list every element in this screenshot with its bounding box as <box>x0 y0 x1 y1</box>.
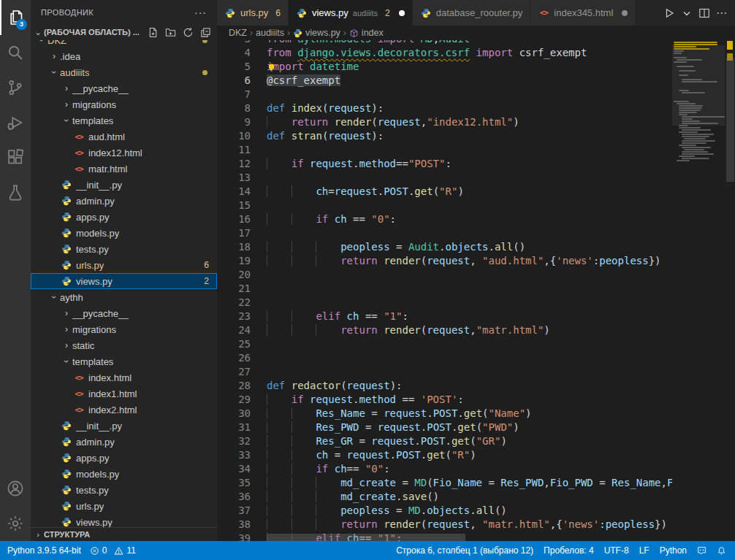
tree-item-models.py[interactable]: models.py <box>31 466 217 482</box>
lightbulb-icon[interactable] <box>267 62 276 72</box>
code-line-34[interactable]: 34 if ch== "0": <box>217 462 672 476</box>
line-number[interactable]: 20 <box>217 268 251 282</box>
line-number[interactable]: 12 <box>217 157 251 171</box>
account-icon[interactable] <box>0 471 31 506</box>
code-line-9[interactable]: 9 return render(request,"index12.html") <box>217 115 672 129</box>
code-line-28[interactable]: 28def redactor(request): <box>217 379 672 393</box>
code-editor[interactable]: 3from aythh.models import MD,Audit4from … <box>217 40 672 541</box>
code-line-7[interactable]: 7 <box>217 88 672 101</box>
tree-item-admin.py[interactable]: admin.py <box>31 434 217 450</box>
explorer-more-actions[interactable]: ··· <box>194 7 207 18</box>
code-line-10[interactable]: 10def stran(request): <box>217 129 672 143</box>
run-python-file-icon[interactable] <box>663 7 675 19</box>
minimap-slider[interactable] <box>672 45 725 126</box>
code-line-29[interactable]: 29 if request.method == 'POST': <box>217 393 672 407</box>
code-line-21[interactable]: 21 <box>217 282 672 296</box>
editor-more-actions-icon[interactable]: ⋯ <box>716 7 728 20</box>
line-number[interactable]: 7 <box>217 88 251 101</box>
code-line-14[interactable]: 14 ch=request.POST.get("R") <box>217 185 672 199</box>
tree-item-matr.html[interactable]: <>matr.html <box>31 161 217 177</box>
code-line-36[interactable]: 36 md_create.save() <box>217 490 672 504</box>
feedback-icon[interactable] <box>697 546 707 556</box>
tree-item-index2.html[interactable]: <>index2.html <box>31 402 217 418</box>
extensions-icon[interactable] <box>0 140 31 175</box>
line-number[interactable]: 28 <box>217 379 251 393</box>
tree-item-aythh[interactable]: ›aythh <box>31 289 217 305</box>
breadcrumb-item-views.py[interactable]: views.py <box>293 28 340 38</box>
refresh-icon[interactable] <box>180 25 195 39</box>
tree-item-index1.html[interactable]: <>index1.html <box>31 386 217 402</box>
line-number[interactable]: 13 <box>217 171 251 185</box>
search-icon[interactable] <box>0 35 31 70</box>
tree-item-apps.py[interactable]: apps.py <box>31 209 217 225</box>
code-line-11[interactable]: 11 <box>217 143 672 157</box>
tree-item-DKZ[interactable]: ›DKZ <box>31 40 217 48</box>
code-line-3[interactable]: 3from aythh.models import MD,Audit <box>217 40 672 46</box>
line-number[interactable]: 36 <box>217 490 251 504</box>
minimap[interactable] <box>672 40 725 541</box>
tree-item-__pycache__[interactable]: ›__pycache__ <box>31 80 217 96</box>
code-line-4[interactable]: 4from django.views.decorators.csrf impor… <box>217 46 672 60</box>
code-line-5[interactable]: 5import datetime <box>217 60 672 74</box>
line-number[interactable]: 30 <box>217 407 251 421</box>
line-number[interactable]: 29 <box>217 393 251 407</box>
tree-item-templates[interactable]: ›templates <box>31 112 217 129</box>
code-line-17[interactable]: 17 <box>217 226 672 240</box>
line-number[interactable]: 16 <box>217 212 251 226</box>
breadcrumb-item-DKZ[interactable]: DKZ <box>229 28 247 38</box>
line-number[interactable]: 15 <box>217 199 251 212</box>
code-line-38[interactable]: 38 return render(request, "matr.html",{'… <box>217 518 672 532</box>
breadcrumb-item-audiiits[interactable]: audiiits <box>256 28 284 38</box>
tree-item-urls.py[interactable]: urls.py <box>31 498 217 514</box>
outline-section-header[interactable]: › СТРУКТУРА <box>31 527 217 541</box>
source-control-icon[interactable] <box>0 70 31 105</box>
line-number[interactable]: 27 <box>217 365 251 379</box>
tab-views.py[interactable]: views.pyaudiiits2 <box>289 0 413 26</box>
code-line-20[interactable]: 20 <box>217 268 672 282</box>
tree-item-admin.py[interactable]: admin.py <box>31 193 217 209</box>
line-number[interactable]: 6 <box>217 74 251 88</box>
line-number[interactable]: 37 <box>217 504 251 518</box>
tree-item-static[interactable]: ›static <box>31 337 217 353</box>
code-line-32[interactable]: 32 Res_GR = request.POST.get("GR") <box>217 434 672 448</box>
testing-icon[interactable] <box>0 175 31 210</box>
code-line-27[interactable]: 27 <box>217 365 672 379</box>
code-line-31[interactable]: 31 Res_PWD = request.POST.get("PWD") <box>217 421 672 434</box>
encoding-status[interactable]: UTF-8 <box>604 545 629 556</box>
code-line-13[interactable]: 13 <box>217 171 672 185</box>
code-line-35[interactable]: 35 md_create = MD(Fio_Name = Res_PWD,Fio… <box>217 476 672 490</box>
line-number[interactable]: 9 <box>217 115 251 129</box>
code-line-23[interactable]: 23 elif ch == "1": <box>217 310 672 323</box>
tree-item-migrations[interactable]: ›migrations <box>31 96 217 112</box>
tree-item-models.py[interactable]: models.py <box>31 225 217 241</box>
line-number[interactable]: 35 <box>217 476 251 490</box>
line-number[interactable]: 32 <box>217 434 251 448</box>
code-line-26[interactable]: 26 <box>217 351 672 365</box>
tree-item-views.py[interactable]: views.py <box>31 514 217 527</box>
tree-item-apps.py[interactable]: apps.py <box>31 450 217 466</box>
vertical-scrollbar[interactable] <box>726 58 734 182</box>
tree-item-audiiits[interactable]: ›audiiits <box>31 64 217 80</box>
line-number[interactable]: 5 <box>217 60 251 74</box>
run-debug-icon[interactable] <box>0 105 31 140</box>
eol-status[interactable]: LF <box>639 545 650 556</box>
language-mode-status[interactable]: Python <box>660 545 687 556</box>
notifications-bell-icon[interactable] <box>717 546 726 556</box>
split-editor-icon[interactable] <box>698 7 710 19</box>
code-line-19[interactable]: 19 return render(request, "aud.html",{'n… <box>217 254 672 268</box>
tree-item-tests.py[interactable]: tests.py <box>31 482 217 498</box>
code-line-30[interactable]: 30 Res_Name = request.POST.get("Name") <box>217 407 672 421</box>
tree-item-urls.py[interactable]: urls.py6 <box>31 257 217 273</box>
tree-item-migrations[interactable]: ›migrations <box>31 321 217 337</box>
line-number[interactable]: 38 <box>217 518 251 532</box>
code-line-33[interactable]: 33 ch = request.POST.get("R") <box>217 448 672 462</box>
line-number[interactable]: 33 <box>217 448 251 462</box>
line-number[interactable]: 23 <box>217 310 251 323</box>
python-interpreter-status[interactable]: Python 3.9.5 64-bit <box>7 545 81 556</box>
tab-database_roouter.py[interactable]: database_roouter.py <box>413 0 531 26</box>
tab-index345.html[interactable]: <>index345.html <box>530 0 636 26</box>
tree-item-index12.html[interactable]: <>index12.html <box>31 145 217 161</box>
line-number[interactable]: 19 <box>217 254 251 268</box>
line-number[interactable]: 14 <box>217 185 251 199</box>
line-number[interactable]: 8 <box>217 101 251 115</box>
